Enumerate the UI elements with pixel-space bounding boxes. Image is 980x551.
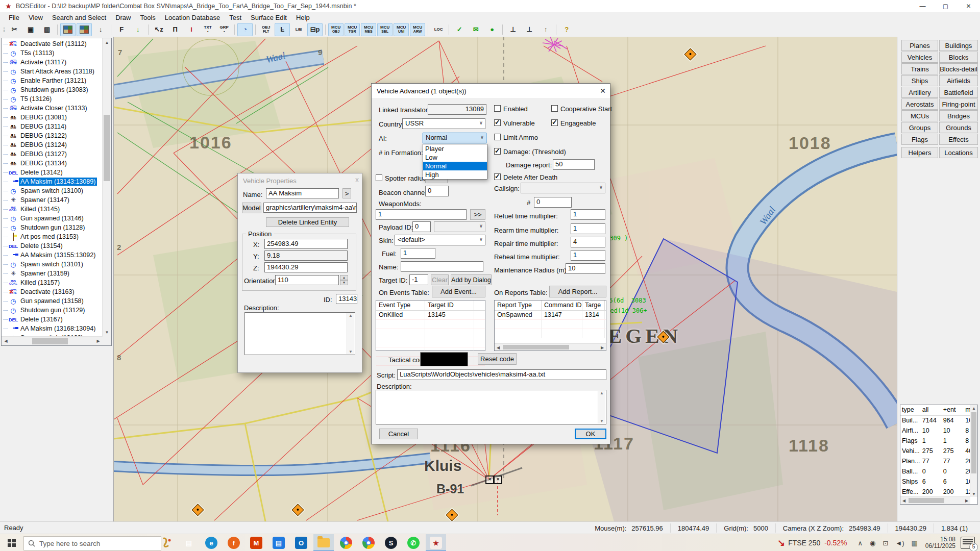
tree-item[interactable]: ✳Spawner (13159) [2, 269, 103, 278]
taskbar-firefox[interactable]: f [224, 534, 244, 551]
taskbar-chrome[interactable] [336, 534, 356, 551]
fuel-field[interactable]: 1 [401, 248, 435, 259]
counts-row[interactable]: Vehi...27527540 [900, 446, 977, 457]
scroll-down-arrow[interactable]: ▼ [970, 491, 977, 497]
beacon-channel-field[interactable]: 0 [425, 186, 449, 196]
taskbar-file-explorer[interactable] [313, 534, 334, 551]
sidebar-button-effects[interactable]: Effects [939, 134, 978, 145]
delete-after-death-checkbox[interactable] [494, 173, 501, 180]
country-select[interactable]: USSR [402, 118, 485, 129]
menu-tools[interactable]: Tools [135, 13, 160, 22]
notification-center-icon[interactable]: 5 [961, 537, 975, 549]
tree-item[interactable]: AA Maksim (13168:13094) [2, 324, 103, 333]
payload-id-field[interactable]: 0 [412, 221, 431, 232]
sidebar-button-artillery[interactable]: Artillery [901, 87, 938, 98]
model-button[interactable]: Model [242, 203, 261, 213]
maximize-button[interactable]: ▢ [934, 0, 957, 12]
stock-widget[interactable]: ↘ FTSE 250 -0.52% [777, 537, 847, 548]
tree-item[interactable]: ◼◄SUBDEBUG (13134) [2, 159, 103, 168]
volume-icon[interactable]: ◄) [895, 539, 904, 547]
taskbar-steam[interactable]: S [381, 534, 401, 551]
check-tool[interactable]: ✓ [452, 23, 467, 36]
taskbar-news-widget[interactable] [156, 534, 177, 551]
vulnerable-checkbox[interactable] [494, 119, 501, 126]
column-header-report-type[interactable]: Report Type [495, 300, 542, 310]
map-bridge-icon[interactable]: ✕ [494, 475, 502, 484]
tactical-code-swatch[interactable] [420, 352, 468, 366]
taskbar-m365[interactable]: M [246, 534, 266, 551]
damage-report-field[interactable]: 50 [553, 159, 595, 170]
scroll-left-arrow[interactable]: ◀ [495, 344, 502, 351]
rearm-field[interactable]: 1 [571, 223, 605, 234]
name-field[interactable]: AA Maksim [266, 188, 339, 198]
table-row[interactable]: OnSpawned131471314 [495, 311, 606, 320]
bridge-tool[interactable]: Π [167, 23, 183, 36]
scroll-thumb[interactable] [32, 338, 68, 344]
sidebar-button-firing-point[interactable]: Firing-point [939, 98, 978, 110]
sidebar-button-ships[interactable]: Ships [901, 75, 938, 86]
tree-item[interactable]: AA Maksim (13155:13092) [2, 251, 103, 260]
layers-tool[interactable]: ⊟p [307, 23, 323, 36]
tree-item[interactable]: ACTiVATE✕Deactivate (13163) [2, 287, 103, 296]
tree-item[interactable]: ◷T5 (13126) [2, 94, 103, 104]
tree-item[interactable]: ◷Gun spawned (13158) [2, 296, 103, 306]
scroll-up-arrow[interactable]: ▲ [103, 38, 111, 47]
map-bridge-icon[interactable]: ✕ [485, 475, 494, 484]
counts-row[interactable]: Effe...20020012 [900, 487, 977, 497]
orientation-stepper[interactable]: ▲▼ [340, 275, 348, 285]
tree-item[interactable]: DELDelete (13154) [2, 241, 103, 251]
sidebar-button-aerostats[interactable]: Aerostats [901, 98, 938, 110]
lib-tool[interactable]: LiB [291, 23, 306, 36]
sidebar-button-helpers[interactable]: Helpers [901, 147, 938, 158]
taskbar-outlook[interactable]: O [291, 534, 311, 551]
orientation-field[interactable]: 110 [275, 275, 339, 285]
limit-ammo-checkbox[interactable] [494, 134, 501, 140]
x-field[interactable]: 254983.49 [264, 239, 348, 249]
clear-button[interactable]: Clear [431, 274, 449, 285]
tree-item[interactable]: ◷Spawn switch (13100) [2, 186, 103, 195]
mail-check[interactable]: ✉ [468, 23, 483, 36]
ground-level-2[interactable]: ⊥ [522, 23, 537, 36]
column-header-command-id[interactable]: Command ID [542, 300, 582, 310]
taskbar-search-input[interactable]: Type here to search [23, 536, 161, 550]
sidebar-button-bridges[interactable]: Bridges [939, 110, 978, 121]
target-id-field[interactable]: -1 [409, 274, 428, 285]
close-icon[interactable]: x [355, 176, 359, 184]
tree-item[interactable]: ◼◄SUBDEBUG (13127) [2, 149, 103, 159]
txt-tool[interactable]: TXT▪ [200, 23, 215, 36]
tree-item[interactable]: AA Maksim (13143:13089) [2, 177, 103, 186]
counts-header-all[interactable]: all [921, 405, 942, 415]
scroll-left-arrow[interactable]: ◀ [2, 337, 10, 345]
reset-code-button[interactable]: Reset code [478, 353, 517, 365]
mcu-tgr[interactable]: MCUTGR [345, 23, 360, 36]
help[interactable]: ? [559, 23, 574, 36]
model-field[interactable]: graphics\artillery\maksim4-aa\maks [263, 203, 357, 213]
menu-draw[interactable]: Draw [111, 13, 135, 22]
sidebar-button-trains[interactable]: Trains [901, 63, 938, 74]
reports-table[interactable]: ◀ ▶ Report TypeCommand IDTargeOnSpawned1… [494, 300, 606, 351]
repair-field[interactable]: 4 [571, 237, 605, 247]
obj-filter[interactable]: OBJFLT [258, 23, 274, 36]
sidebar-button-groups[interactable]: Groups [901, 122, 938, 133]
refuel-field[interactable]: 1 [571, 209, 605, 220]
scroll-right-arrow[interactable]: ▶ [963, 497, 970, 504]
sidebar-button-vehicles[interactable]: Vehicles [901, 52, 938, 63]
sidebar-button-locations[interactable]: Locations [939, 147, 978, 158]
damage-threshold-checkbox[interactable] [494, 148, 501, 155]
ai-option-low[interactable]: Low [423, 153, 487, 162]
ai-select[interactable]: Normal [423, 133, 486, 143]
tree-item[interactable]: ◷Shutdown gun (13128) [2, 223, 103, 232]
record-dot[interactable]: ● [484, 23, 500, 36]
menu-test[interactable]: Test [225, 13, 246, 22]
tree-item[interactable]: MiSGOALKilled (13145) [2, 205, 103, 214]
tree-item[interactable]: DELDelete (13167) [2, 315, 103, 324]
dialog-title-bar[interactable]: Vehicle Properties [238, 173, 362, 188]
weaponmods-expand-button[interactable]: >> [470, 209, 485, 220]
mcu-mes[interactable]: MCUMES [361, 23, 376, 36]
taskbar-whatsapp[interactable]: ✆ [403, 534, 424, 551]
tree-item[interactable]: ◷Spawn switch (13101) [2, 260, 103, 269]
ground-level-1[interactable]: ⊥ [505, 23, 521, 36]
weaponmods-field[interactable]: 1 [376, 209, 467, 220]
add-report-button[interactable]: Add Report... [549, 286, 606, 297]
minimize-button[interactable]: — [911, 0, 934, 12]
